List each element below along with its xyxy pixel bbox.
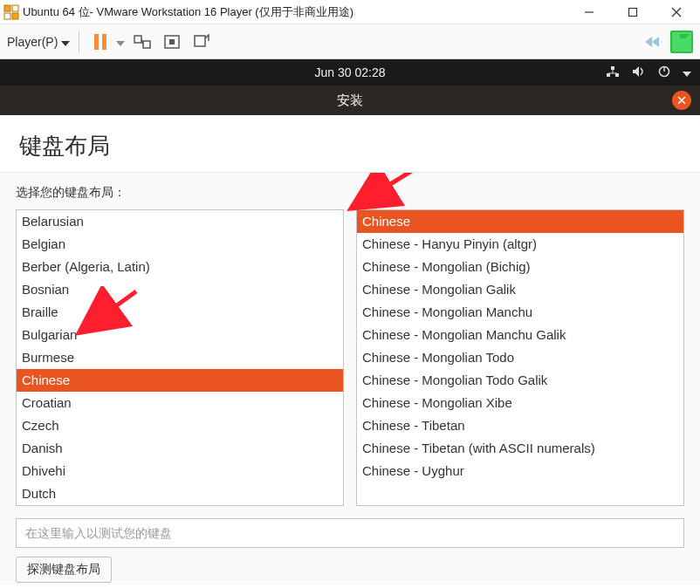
installer-title: 安装: [337, 92, 363, 109]
vmware-logo-icon: [3, 4, 19, 20]
player-menu[interactable]: Player(P): [7, 35, 70, 49]
list-item[interactable]: Burmese: [17, 346, 343, 369]
maximize-button[interactable]: [611, 0, 655, 24]
svg-line-14: [141, 39, 143, 44]
send-ctrl-alt-del-button[interactable]: [130, 30, 154, 54]
keyboard-lists-row: BelarusianBelgianBerber (Algeria, Latin)…: [16, 209, 684, 506]
detect-keyboard-button[interactable]: 探测键盘布局: [16, 557, 112, 583]
svg-rect-5: [629, 8, 637, 16]
list-item[interactable]: Croatian: [17, 392, 343, 414]
list-item[interactable]: Chinese - Tibetan (with ASCII numerals): [357, 437, 683, 460]
note-icon[interactable]: [670, 31, 693, 53]
svg-rect-17: [195, 36, 205, 46]
svg-rect-16: [169, 39, 175, 44]
list-item[interactable]: Belarusian: [17, 210, 343, 233]
list-item[interactable]: Czech: [17, 414, 343, 437]
list-item[interactable]: Chinese: [17, 369, 343, 392]
svg-marker-19: [645, 37, 652, 47]
svg-rect-2: [4, 13, 10, 19]
list-item[interactable]: Bosnian: [17, 278, 343, 301]
rewind-icon[interactable]: [641, 30, 665, 54]
list-item[interactable]: Chinese - Uyghur: [357, 460, 683, 482]
svg-rect-20: [607, 73, 610, 77]
svg-rect-13: [143, 41, 150, 48]
volume-icon[interactable]: [632, 65, 646, 80]
svg-marker-8: [61, 41, 70, 46]
installer-titlebar: 安装: [0, 85, 700, 115]
window-controls: [567, 0, 698, 24]
list-item[interactable]: Chinese - Tibetan: [357, 414, 683, 437]
list-item[interactable]: Bulgarian: [17, 324, 343, 346]
unity-button[interactable]: [189, 30, 214, 54]
list-item[interactable]: Chinese - Mongolian Manchu Galik: [357, 324, 683, 346]
list-item[interactable]: Chinese - Hanyu Pinyin (altgr): [357, 233, 683, 256]
keyboard-test-input[interactable]: [16, 518, 684, 548]
list-item[interactable]: Chinese - Mongolian Xibe: [357, 392, 683, 414]
svg-marker-11: [116, 41, 125, 46]
installer-body: 选择您的键盘布局： BelarusianBelgianBerber (Alger…: [0, 173, 700, 585]
svg-rect-0: [4, 5, 10, 11]
list-item[interactable]: Chinese - Mongolian Todo: [357, 346, 683, 369]
vmware-toolbar: Player(P): [0, 24, 700, 59]
minimize-button[interactable]: [567, 0, 611, 24]
close-button[interactable]: [655, 0, 698, 24]
list-item[interactable]: Braille: [17, 301, 343, 324]
list-item[interactable]: Chinese - Mongolian Manchu: [357, 301, 683, 324]
select-layout-label: 选择您的键盘布局：: [16, 185, 684, 201]
fullscreen-button[interactable]: [160, 30, 184, 54]
chevron-down-icon[interactable]: [116, 35, 125, 49]
power-icon[interactable]: [658, 65, 670, 80]
list-item[interactable]: Berber (Algeria, Latin): [17, 256, 343, 278]
pause-button[interactable]: [88, 30, 113, 54]
windows-titlebar: Ubuntu 64 位- VMware Workstation 16 Playe…: [0, 0, 700, 24]
list-item[interactable]: Chinese - Mongolian Todo Galik: [357, 369, 683, 392]
layout-variant-listbox[interactable]: ChineseChinese - Hanyu Pinyin (altgr)Chi…: [356, 209, 684, 506]
svg-marker-18: [652, 37, 659, 47]
svg-rect-1: [12, 5, 18, 11]
chevron-down-icon[interactable]: [683, 65, 691, 79]
ubuntu-top-panel: Jun 30 02:28: [0, 59, 700, 85]
svg-rect-10: [102, 34, 106, 50]
svg-rect-22: [611, 66, 614, 70]
chevron-down-icon: [61, 35, 70, 49]
svg-marker-28: [683, 72, 691, 77]
heading-area: 键盘布局: [0, 115, 700, 173]
list-item[interactable]: Chinese - Mongolian (Bichig): [357, 256, 683, 278]
player-menu-label: Player(P): [7, 35, 58, 49]
toolbar-divider: [79, 31, 79, 53]
network-icon[interactable]: [606, 65, 620, 80]
installer-close-button[interactable]: [672, 91, 691, 110]
svg-marker-25: [633, 66, 639, 77]
list-item[interactable]: Chinese - Mongolian Galik: [357, 278, 683, 301]
list-item[interactable]: Belgian: [17, 233, 343, 256]
svg-rect-9: [94, 34, 99, 50]
list-item[interactable]: Dzongkha: [17, 505, 343, 506]
svg-rect-3: [12, 13, 18, 19]
list-item[interactable]: Dhivehi: [17, 460, 343, 482]
window-title: Ubuntu 64 位- VMware Workstation 16 Playe…: [23, 4, 567, 20]
svg-rect-21: [615, 73, 619, 77]
svg-rect-12: [134, 36, 141, 43]
layout-language-listbox[interactable]: BelarusianBelgianBerber (Algeria, Latin)…: [16, 209, 344, 506]
page-heading: 键盘布局: [19, 131, 681, 161]
panel-datetime[interactable]: Jun 30 02:28: [315, 65, 386, 79]
list-item[interactable]: Dutch: [17, 482, 343, 505]
list-item[interactable]: Chinese: [357, 210, 683, 233]
list-item[interactable]: Danish: [17, 437, 343, 460]
